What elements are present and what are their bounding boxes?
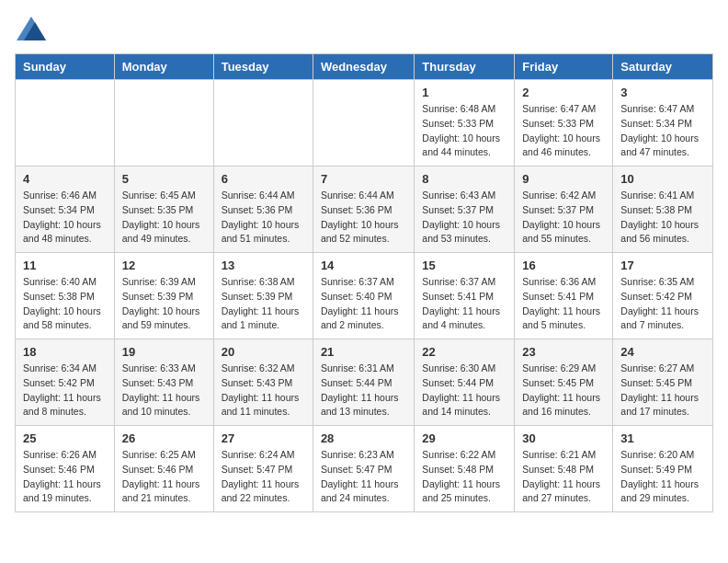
day-number: 28: [321, 431, 406, 445]
day-cell: 21Sunrise: 6:31 AMSunset: 5:44 PMDayligh…: [313, 339, 414, 426]
day-info: Sunrise: 6:24 AMSunset: 5:47 PMDaylight:…: [222, 448, 305, 506]
day-cell: 22Sunrise: 6:30 AMSunset: 5:44 PMDayligh…: [415, 339, 515, 426]
day-number: 20: [222, 345, 305, 359]
day-cell: 13Sunrise: 6:38 AMSunset: 5:39 PMDayligh…: [213, 253, 313, 339]
day-number: 26: [122, 431, 206, 445]
weekday-header-friday: Friday: [515, 54, 613, 80]
day-info: Sunrise: 6:41 AMSunset: 5:38 PMDaylight:…: [620, 189, 705, 247]
day-info: Sunrise: 6:27 AMSunset: 5:45 PMDaylight:…: [620, 362, 705, 419]
day-cell: 20Sunrise: 6:32 AMSunset: 5:43 PMDayligh…: [213, 339, 313, 426]
week-row-5: 25Sunrise: 6:26 AMSunset: 5:46 PMDayligh…: [16, 426, 713, 512]
day-number: 12: [122, 259, 206, 272]
day-info: Sunrise: 6:25 AMSunset: 5:46 PMDaylight:…: [122, 448, 206, 506]
day-info: Sunrise: 6:42 AMSunset: 5:37 PMDaylight:…: [522, 189, 605, 247]
day-info: Sunrise: 6:44 AMSunset: 5:36 PMDaylight:…: [222, 189, 305, 247]
day-number: 4: [23, 172, 107, 186]
day-cell: 25Sunrise: 6:26 AMSunset: 5:46 PMDayligh…: [16, 426, 115, 512]
day-info: Sunrise: 6:48 AMSunset: 5:33 PMDaylight:…: [422, 102, 506, 160]
day-number: 30: [522, 431, 605, 445]
day-info: Sunrise: 6:44 AMSunset: 5:36 PMDaylight:…: [321, 189, 406, 247]
day-number: 1: [422, 86, 506, 99]
day-number: 31: [620, 431, 705, 445]
weekday-header-tuesday: Tuesday: [213, 54, 313, 80]
day-cell: 19Sunrise: 6:33 AMSunset: 5:43 PMDayligh…: [114, 339, 213, 426]
day-cell: 7Sunrise: 6:44 AMSunset: 5:36 PMDaylight…: [313, 167, 414, 253]
day-cell: 6Sunrise: 6:44 AMSunset: 5:36 PMDaylight…: [213, 167, 313, 253]
week-row-3: 11Sunrise: 6:40 AMSunset: 5:38 PMDayligh…: [16, 253, 713, 339]
day-info: Sunrise: 6:32 AMSunset: 5:43 PMDaylight:…: [222, 362, 305, 419]
day-info: Sunrise: 6:33 AMSunset: 5:43 PMDaylight:…: [122, 362, 206, 419]
day-info: Sunrise: 6:26 AMSunset: 5:46 PMDaylight:…: [23, 448, 107, 506]
day-info: Sunrise: 6:36 AMSunset: 5:41 PMDaylight:…: [522, 275, 605, 333]
day-cell: 30Sunrise: 6:21 AMSunset: 5:48 PMDayligh…: [515, 426, 613, 512]
week-row-1: 1Sunrise: 6:48 AMSunset: 5:33 PMDaylight…: [16, 80, 713, 167]
day-info: Sunrise: 6:21 AMSunset: 5:48 PMDaylight:…: [522, 448, 605, 506]
day-info: Sunrise: 6:37 AMSunset: 5:40 PMDaylight:…: [321, 275, 406, 333]
day-info: Sunrise: 6:43 AMSunset: 5:37 PMDaylight:…: [422, 189, 506, 247]
day-cell: 2Sunrise: 6:47 AMSunset: 5:33 PMDaylight…: [515, 80, 613, 167]
day-cell: 12Sunrise: 6:39 AMSunset: 5:39 PMDayligh…: [114, 253, 213, 339]
day-info: Sunrise: 6:39 AMSunset: 5:39 PMDaylight:…: [122, 275, 206, 333]
day-cell: [213, 80, 313, 167]
day-number: 7: [321, 172, 406, 186]
day-info: Sunrise: 6:37 AMSunset: 5:41 PMDaylight:…: [422, 275, 506, 333]
day-number: 25: [23, 431, 107, 445]
day-info: Sunrise: 6:40 AMSunset: 5:38 PMDaylight:…: [23, 275, 107, 333]
day-info: Sunrise: 6:38 AMSunset: 5:39 PMDaylight:…: [222, 275, 305, 333]
day-number: 21: [321, 345, 406, 359]
day-info: Sunrise: 6:47 AMSunset: 5:34 PMDaylight:…: [620, 102, 705, 160]
day-cell: 14Sunrise: 6:37 AMSunset: 5:40 PMDayligh…: [313, 253, 414, 339]
day-cell: 27Sunrise: 6:24 AMSunset: 5:47 PMDayligh…: [213, 426, 313, 512]
day-cell: 17Sunrise: 6:35 AMSunset: 5:42 PMDayligh…: [613, 253, 713, 339]
day-info: Sunrise: 6:35 AMSunset: 5:42 PMDaylight:…: [620, 275, 705, 333]
day-cell: [313, 80, 414, 167]
header: [15, 15, 713, 42]
day-number: 2: [522, 86, 605, 99]
day-cell: 24Sunrise: 6:27 AMSunset: 5:45 PMDayligh…: [613, 339, 713, 426]
day-number: 10: [620, 172, 705, 186]
day-number: 17: [620, 259, 705, 272]
week-row-4: 18Sunrise: 6:34 AMSunset: 5:42 PMDayligh…: [16, 339, 713, 426]
day-number: 23: [522, 345, 605, 359]
logo-icon: [15, 15, 48, 42]
day-cell: [114, 80, 213, 167]
day-number: 16: [522, 259, 605, 272]
day-info: Sunrise: 6:46 AMSunset: 5:34 PMDaylight:…: [23, 189, 107, 247]
day-number: 11: [23, 259, 107, 272]
day-number: 18: [23, 345, 107, 359]
day-number: 24: [620, 345, 705, 359]
day-info: Sunrise: 6:34 AMSunset: 5:42 PMDaylight:…: [23, 362, 107, 419]
weekday-header-monday: Monday: [114, 54, 213, 80]
day-cell: 4Sunrise: 6:46 AMSunset: 5:34 PMDaylight…: [16, 167, 115, 253]
day-cell: 5Sunrise: 6:45 AMSunset: 5:35 PMDaylight…: [114, 167, 213, 253]
weekday-header-thursday: Thursday: [415, 54, 515, 80]
day-cell: 8Sunrise: 6:43 AMSunset: 5:37 PMDaylight…: [415, 167, 515, 253]
week-row-2: 4Sunrise: 6:46 AMSunset: 5:34 PMDaylight…: [16, 167, 713, 253]
day-info: Sunrise: 6:30 AMSunset: 5:44 PMDaylight:…: [422, 362, 506, 419]
weekday-header-wednesday: Wednesday: [313, 54, 414, 80]
logo: [15, 15, 51, 42]
day-cell: 10Sunrise: 6:41 AMSunset: 5:38 PMDayligh…: [613, 167, 713, 253]
day-number: 3: [620, 86, 705, 99]
day-number: 15: [422, 259, 506, 272]
day-info: Sunrise: 6:47 AMSunset: 5:33 PMDaylight:…: [522, 102, 605, 160]
day-number: 9: [522, 172, 605, 186]
day-cell: 15Sunrise: 6:37 AMSunset: 5:41 PMDayligh…: [415, 253, 515, 339]
day-cell: 28Sunrise: 6:23 AMSunset: 5:47 PMDayligh…: [313, 426, 414, 512]
weekday-header-row: SundayMondayTuesdayWednesdayThursdayFrid…: [16, 54, 713, 80]
calendar: SundayMondayTuesdayWednesdayThursdayFrid…: [15, 53, 713, 512]
day-number: 22: [422, 345, 506, 359]
day-cell: 11Sunrise: 6:40 AMSunset: 5:38 PMDayligh…: [16, 253, 115, 339]
day-cell: 29Sunrise: 6:22 AMSunset: 5:48 PMDayligh…: [415, 426, 515, 512]
day-cell: [16, 80, 115, 167]
day-number: 5: [122, 172, 206, 186]
weekday-header-saturday: Saturday: [613, 54, 713, 80]
day-cell: 23Sunrise: 6:29 AMSunset: 5:45 PMDayligh…: [515, 339, 613, 426]
day-cell: 9Sunrise: 6:42 AMSunset: 5:37 PMDaylight…: [515, 167, 613, 253]
day-number: 14: [321, 259, 406, 272]
day-info: Sunrise: 6:22 AMSunset: 5:48 PMDaylight:…: [422, 448, 506, 506]
day-cell: 18Sunrise: 6:34 AMSunset: 5:42 PMDayligh…: [16, 339, 115, 426]
day-number: 6: [222, 172, 305, 186]
day-number: 8: [422, 172, 506, 186]
day-cell: 26Sunrise: 6:25 AMSunset: 5:46 PMDayligh…: [114, 426, 213, 512]
